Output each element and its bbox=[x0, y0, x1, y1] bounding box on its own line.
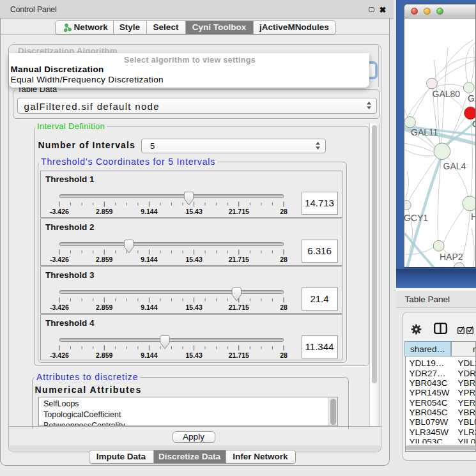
svg-text:GCY1: GCY1 bbox=[404, 213, 428, 223]
svg-text:9.144: 9.144 bbox=[141, 207, 157, 215]
svg-text:15.43: 15.43 bbox=[185, 303, 202, 311]
svg-text:21.715: 21.715 bbox=[229, 303, 249, 311]
svg-text:-3.426: -3.426 bbox=[50, 303, 69, 311]
svg-text:2.859: 2.859 bbox=[96, 303, 112, 311]
svg-text:HAP2: HAP2 bbox=[440, 252, 463, 262]
svg-text:-3.426: -3.426 bbox=[50, 207, 69, 215]
svg-text:GAL80: GAL80 bbox=[433, 89, 461, 99]
svg-text:21.715: 21.715 bbox=[229, 351, 249, 358]
svg-text:2.859: 2.859 bbox=[96, 255, 112, 263]
svg-text:15.43: 15.43 bbox=[185, 255, 202, 263]
svg-text:9.144: 9.144 bbox=[141, 255, 157, 263]
svg-text:C: C bbox=[472, 119, 476, 129]
svg-text:2.859: 2.859 bbox=[96, 207, 112, 215]
svg-text:21.715: 21.715 bbox=[229, 255, 249, 263]
svg-text:28: 28 bbox=[280, 303, 288, 311]
svg-text:9.144: 9.144 bbox=[141, 303, 157, 311]
svg-text:-3.426: -3.426 bbox=[50, 255, 69, 263]
svg-text:28: 28 bbox=[280, 255, 288, 263]
svg-text:2.859: 2.859 bbox=[96, 351, 112, 358]
svg-text:28: 28 bbox=[280, 351, 288, 358]
svg-text:28: 28 bbox=[280, 207, 288, 215]
svg-text:H: H bbox=[471, 211, 476, 221]
svg-text:GAL11: GAL11 bbox=[411, 127, 438, 137]
svg-text:15.43: 15.43 bbox=[185, 351, 202, 358]
svg-text:21.715: 21.715 bbox=[229, 207, 249, 215]
svg-text:9.144: 9.144 bbox=[141, 351, 157, 358]
svg-text:15.43: 15.43 bbox=[185, 207, 202, 215]
svg-text:GAL4: GAL4 bbox=[443, 160, 466, 171]
svg-text:GA: GA bbox=[468, 93, 476, 104]
svg-text:-3.426: -3.426 bbox=[50, 351, 69, 358]
